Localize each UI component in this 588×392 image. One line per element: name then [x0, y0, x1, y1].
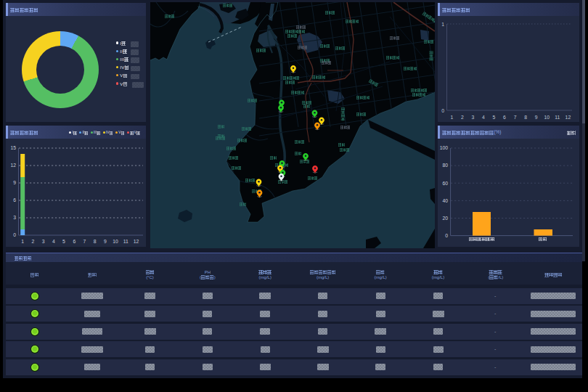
- svg-text:20: 20: [442, 216, 448, 221]
- svg-text:10: 10: [544, 115, 550, 120]
- svg-text:6: 6: [73, 239, 75, 244]
- svg-text:0: 0: [445, 233, 448, 238]
- svg-text:6: 6: [503, 115, 506, 120]
- svg-text:9: 9: [535, 115, 538, 120]
- svg-text:0: 0: [441, 108, 444, 113]
- svg-text:4: 4: [52, 239, 55, 244]
- svg-text:8: 8: [524, 115, 527, 120]
- svg-text:5: 5: [62, 239, 65, 244]
- svg-text:1: 1: [441, 22, 444, 27]
- svg-text:80: 80: [442, 163, 448, 168]
- svg-text:3: 3: [472, 115, 475, 120]
- svg-text:4: 4: [482, 115, 485, 120]
- svg-text:3: 3: [13, 215, 16, 220]
- svg-text:2: 2: [32, 239, 35, 244]
- svg-text:1: 1: [450, 115, 453, 120]
- svg-text:6: 6: [13, 197, 16, 203]
- svg-text:8: 8: [94, 239, 97, 244]
- svg-text:1: 1: [21, 239, 24, 244]
- svg-text:9: 9: [13, 180, 16, 185]
- svg-text:12: 12: [10, 163, 16, 168]
- svg-text:0: 0: [13, 232, 16, 237]
- svg-text:5: 5: [493, 115, 496, 120]
- svg-text:15: 15: [10, 145, 16, 150]
- svg-text:60: 60: [442, 181, 448, 186]
- svg-text:12: 12: [565, 115, 571, 120]
- svg-text:40: 40: [442, 198, 448, 203]
- svg-text:11: 11: [555, 115, 560, 120]
- svg-text:100: 100: [440, 145, 449, 150]
- svg-text:9: 9: [104, 239, 107, 244]
- svg-text:7: 7: [83, 239, 86, 244]
- svg-text:2: 2: [461, 115, 464, 120]
- svg-text:11: 11: [123, 239, 128, 244]
- svg-text:12: 12: [134, 239, 139, 244]
- svg-text:7: 7: [514, 115, 517, 120]
- svg-text:10: 10: [113, 239, 118, 244]
- svg-text:3: 3: [42, 239, 45, 244]
